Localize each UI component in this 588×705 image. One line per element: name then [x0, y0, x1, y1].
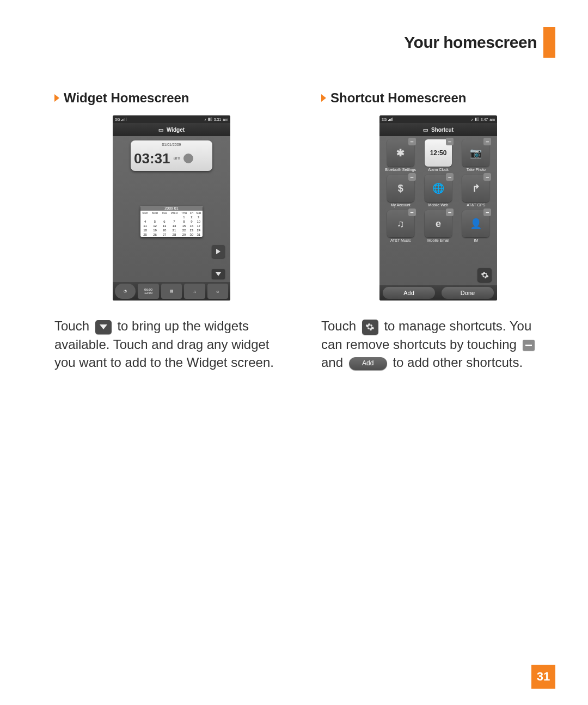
- calendar-title: 2009 01: [140, 206, 203, 211]
- shortcut-tile-icon: ♫–: [387, 210, 414, 237]
- shortcut-label: Take Photo: [467, 168, 486, 171]
- calendar-day-label: Tue: [160, 211, 169, 215]
- calendar-day-label: Sat: [195, 211, 203, 215]
- signal-icon: [121, 118, 126, 121]
- calendar-cell: 26: [150, 232, 160, 237]
- copy-text: and: [321, 355, 347, 370]
- manage-shortcuts-button[interactable]: [477, 268, 492, 282]
- shortcut-item[interactable]: 👤–IM: [460, 210, 493, 242]
- calendar-cell: 27: [160, 232, 169, 237]
- remove-shortcut-icon[interactable]: –: [446, 173, 454, 181]
- open-tray-icon: [95, 320, 112, 334]
- two-column-layout: Widget Homescreen 3G ♪ ▮▯ 3:31 am: [54, 90, 555, 385]
- remove-shortcut-icon[interactable]: –: [483, 173, 491, 181]
- calendar-cell: 21: [169, 228, 180, 232]
- remove-shortcut-icon[interactable]: –: [483, 138, 491, 145]
- shortcut-bottom-bar: Add Done: [379, 285, 497, 301]
- shortcut-screenshot: 3G ♪ ▮▯ 3:47 am ▭ Shortcut ✱–Bluetooth S: [379, 115, 497, 301]
- remove-shortcut-icon[interactable]: –: [408, 209, 416, 216]
- shortcut-item[interactable]: 12:50–Alarm Clock: [421, 139, 455, 171]
- calendar-cell: 6: [160, 219, 169, 224]
- shortcut-label: Alarm Clock: [428, 168, 449, 171]
- shortcut-tile-icon: 12:50–: [425, 139, 452, 167]
- shortcut-item[interactable]: e–Mobile Email: [421, 210, 455, 242]
- status-ampm: am: [223, 118, 228, 121]
- remove-shortcut-icon[interactable]: –: [408, 173, 416, 181]
- shortcut-item[interactable]: ✱–Bluetooth Settings: [384, 139, 417, 171]
- widget-heading-text: Widget Homescreen: [64, 90, 189, 106]
- copy-text: Touch: [321, 318, 360, 333]
- calendar-cell: 7: [169, 219, 180, 224]
- calendar-cell: 17: [195, 224, 203, 228]
- screen-header: ▭ Shortcut: [379, 123, 497, 136]
- shortcut-item[interactable]: $–My Account: [384, 175, 417, 207]
- calendar-cell: 19: [150, 228, 160, 232]
- calendar-day-label: Sun: [140, 211, 150, 215]
- widget-body: 01/01/2009 03:31 am 2009 01 SunMonTueWed…: [113, 136, 230, 301]
- calendar-cell: 1: [180, 215, 189, 219]
- remove-shortcut-icon[interactable]: –: [408, 138, 416, 145]
- shortcut-grid: ✱–Bluetooth Settings12:50–Alarm Clock📷–T…: [384, 139, 493, 242]
- calendar-cell: 15: [180, 224, 189, 228]
- gear-icon: [362, 320, 378, 335]
- book-icon: ▭: [423, 127, 428, 133]
- calendar-cell: 2: [188, 215, 194, 219]
- battery-icon: ▮▯: [475, 117, 479, 121]
- calendar-row: 11121314151617: [140, 224, 203, 228]
- shortcut-tile-icon: 👤–: [462, 210, 489, 237]
- copy-text: to add other shortcuts.: [393, 355, 523, 370]
- remove-shortcut-icon[interactable]: –: [446, 209, 454, 216]
- add-button[interactable]: Add: [383, 287, 435, 299]
- statusbar: 3G ♪ ▮▯ 3:31 am: [113, 115, 230, 123]
- calendar-cell: [169, 215, 180, 219]
- shortcut-tile-icon: 🌐–: [425, 175, 452, 202]
- header-accent-tab: [543, 27, 555, 58]
- shortcut-heading: Shortcut Homescreen: [321, 90, 555, 106]
- calendar-cell: [150, 215, 160, 219]
- shortcut-item[interactable]: 🌐–Mobile Web: [421, 175, 455, 207]
- status-ampm: am: [489, 118, 495, 121]
- widget-heading: Widget Homescreen: [54, 90, 289, 106]
- music-icon: ♪: [204, 118, 206, 121]
- calendar-row: 45678910: [140, 219, 203, 224]
- status-time: 3:31: [214, 118, 222, 121]
- calendar-cell: 18: [140, 228, 150, 232]
- calendar-cell: 4: [140, 219, 150, 224]
- calendar-day-label: Thu: [180, 211, 189, 215]
- calendar-cell: 9: [188, 219, 194, 224]
- calendar-grid: SunMonTueWedThuFriSat 123456789101112131…: [140, 211, 203, 237]
- shortcut-tile-icon: ✱–: [387, 139, 414, 167]
- calendar-cell: [160, 215, 169, 219]
- calendar-day-row: SunMonTueWedThuFriSat: [140, 211, 203, 215]
- done-button[interactable]: Done: [442, 287, 494, 299]
- shortcut-item[interactable]: 📷–Take Photo: [460, 139, 493, 171]
- page-number: 31: [531, 665, 555, 689]
- calendar-cell: [140, 215, 150, 219]
- calendar-cell: 3: [195, 215, 203, 219]
- dock-notes-icon: ▤: [161, 284, 182, 299]
- battery-icon: ▮▯: [208, 117, 212, 121]
- screen-header-label: Shortcut: [431, 127, 454, 133]
- widget-copy: Touch to bring up the widgets available.…: [54, 317, 289, 372]
- triangle-right-icon: [321, 94, 326, 102]
- shortcut-body: ✱–Bluetooth Settings12:50–Alarm Clock📷–T…: [379, 136, 497, 301]
- widget-dock: ◔ 06:00 12:00 ▤ ♫ ☺: [113, 282, 230, 301]
- calendar-row: 25262728293031: [140, 232, 203, 237]
- gear-icon: [481, 271, 489, 279]
- calendar-cell: 31: [195, 232, 203, 237]
- remove-shortcut-icon[interactable]: –: [483, 209, 491, 216]
- widget-screenshot: 3G ♪ ▮▯ 3:31 am ▭ Widget 01: [113, 115, 230, 301]
- shortcut-label: AT&T Music: [390, 238, 411, 242]
- remove-shortcut-icon[interactable]: –: [446, 138, 454, 145]
- shortcut-column: Shortcut Homescreen 3G ♪ ▮▯ 3:47 am: [321, 90, 555, 385]
- alarm-icon: [183, 154, 193, 163]
- dock-music-icon: ♫: [184, 284, 205, 299]
- shortcut-item[interactable]: ♫–AT&T Music: [384, 210, 417, 242]
- calendar-cell: 20: [160, 228, 169, 232]
- add-pill-icon: Add: [349, 357, 387, 370]
- shortcut-item[interactable]: ↱–AT&T GPS: [460, 175, 493, 207]
- signal-icon: [388, 118, 393, 121]
- clock-date: 01/01/2009: [131, 143, 212, 146]
- shortcut-tile-icon: 📷–: [462, 139, 489, 167]
- open-widget-tray-button[interactable]: [212, 269, 225, 279]
